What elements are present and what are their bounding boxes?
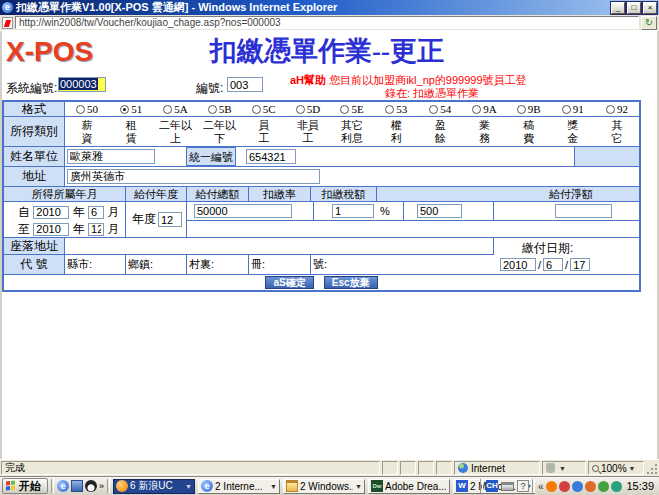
alert-icon[interactable]	[585, 481, 596, 492]
net-input[interactable]	[555, 204, 612, 218]
format-radio-9B[interactable]: 9B	[507, 102, 551, 116]
chevron-down-icon[interactable]: ▼	[355, 483, 362, 490]
category-line1: 權	[374, 119, 418, 132]
category-item: 盈餘	[418, 119, 462, 145]
format-radio-label: 51	[131, 103, 142, 115]
minimize-button[interactable]: _	[611, 2, 625, 14]
from-month-input[interactable]	[88, 206, 104, 219]
status-segment	[418, 461, 434, 475]
category-line2: 利	[374, 132, 418, 145]
dreamweaver-icon: Dw	[371, 480, 383, 492]
uniform-no-input[interactable]	[246, 149, 296, 164]
address-input[interactable]: http://win2008/tw/Voucher/koujiao_chage.…	[15, 16, 639, 29]
quick-launch-overflow[interactable]: »	[99, 481, 104, 491]
status-segment	[400, 461, 416, 475]
system-no-input[interactable]: 000003	[58, 77, 106, 92]
pay-date-year-input[interactable]	[500, 258, 536, 271]
tax-input[interactable]	[417, 204, 462, 218]
to-year-input[interactable]	[33, 223, 69, 236]
rate-cell: %	[314, 202, 404, 221]
task-button-1[interactable]: 6 新浪UC▼	[113, 479, 195, 494]
format-radio-53[interactable]: 53	[374, 102, 418, 116]
code-field-label: 冊:	[251, 258, 265, 270]
category-item: 業務	[462, 119, 506, 145]
language-indicator[interactable]: CH	[486, 480, 498, 492]
format-radio-label: 5B	[219, 103, 232, 115]
name-input[interactable]	[67, 149, 155, 164]
category-item: 權利	[374, 119, 418, 145]
format-radio-92[interactable]: 92	[595, 102, 639, 116]
rate-input[interactable]	[332, 204, 374, 218]
format-radio-5B[interactable]: 5B	[197, 102, 241, 116]
chevron-down-icon[interactable]: ▼	[270, 483, 277, 490]
code-field-3[interactable]: 村裏:	[187, 255, 249, 274]
pay-date-day-input[interactable]	[570, 258, 590, 271]
task-button-4[interactable]: DwAdobe Drea...	[368, 479, 450, 494]
task-button-2[interactable]: e2 Interne...▼	[198, 479, 280, 494]
ie-icon[interactable]: e	[57, 480, 69, 492]
format-radio-54[interactable]: 54	[418, 102, 462, 116]
category-line1: 獎	[551, 119, 595, 132]
chevron-down-icon[interactable]: ▼	[185, 483, 192, 490]
format-radio-5D[interactable]: 5D	[286, 102, 330, 116]
format-radio-5C[interactable]: 5C	[242, 102, 286, 116]
from-year-input[interactable]	[33, 206, 69, 219]
format-radio-label: 9B	[528, 103, 541, 115]
zoom-control[interactable]: 100% ▼	[588, 461, 644, 475]
login-info-line2: 錄在: 扣繳憑單作業	[290, 87, 544, 100]
format-radio-5E[interactable]: 5E	[330, 102, 374, 116]
address-label: 地址	[4, 167, 65, 187]
uc-icon[interactable]	[546, 481, 557, 492]
qq-icon[interactable]	[85, 480, 97, 492]
qq-icon[interactable]	[559, 481, 570, 492]
format-radio-5A[interactable]: 5A	[153, 102, 197, 116]
help-icon[interactable]: ?	[517, 480, 529, 492]
format-radio-9A[interactable]: 9A	[462, 102, 506, 116]
maximize-button[interactable]: □	[627, 2, 641, 14]
task-button-3[interactable]: 2 Windows...▼	[283, 479, 365, 494]
category-line1: 其它	[330, 119, 374, 132]
no-input[interactable]	[227, 77, 263, 92]
site-address-cell[interactable]	[65, 238, 494, 255]
category-line2: 賃	[109, 132, 153, 145]
pay-year-input[interactable]	[158, 212, 182, 227]
radio-icon	[76, 105, 85, 114]
address-input[interactable]	[67, 169, 320, 184]
globe-icon	[458, 463, 468, 473]
code-label: 代 號	[4, 255, 65, 275]
start-button[interactable]: 开始	[2, 478, 48, 494]
system-no-label: 系統編號:	[6, 80, 57, 97]
confirm-button[interactable]: aS確定	[265, 276, 313, 289]
radio-icon	[340, 105, 349, 114]
protected-mode-panel[interactable]: ▼	[542, 461, 586, 475]
to-month-input[interactable]	[88, 223, 104, 236]
name-row: 統一編號	[65, 147, 639, 167]
close-button[interactable]: ×	[643, 2, 657, 14]
code-field-1[interactable]: 縣市:	[65, 255, 126, 274]
resize-grip[interactable]	[646, 461, 658, 475]
show-desktop-icon[interactable]	[71, 480, 83, 492]
pay-date-month-input[interactable]	[543, 258, 563, 271]
category-line1: 非員	[286, 119, 330, 132]
sync-icon[interactable]	[611, 481, 622, 492]
help-link[interactable]: aH幫助	[290, 74, 326, 86]
total-input[interactable]	[194, 204, 292, 218]
code-field-5[interactable]: 號:	[311, 255, 494, 274]
refresh-icon[interactable]: ↻	[641, 16, 657, 30]
code-field-2[interactable]: 鄉鎮:	[126, 255, 187, 274]
printer-icon[interactable]	[501, 482, 514, 491]
messenger-icon[interactable]	[572, 481, 583, 492]
category-line1: 薪	[65, 119, 109, 132]
format-radio-label: 91	[573, 103, 584, 115]
cancel-button[interactable]: Esc放棄	[324, 276, 378, 289]
pay-date-cell: 繳付日期: / /	[494, 238, 639, 275]
update-icon[interactable]	[598, 481, 609, 492]
date-separator: /	[565, 259, 568, 271]
format-radio-51[interactable]: 51	[109, 102, 153, 116]
format-radio-91[interactable]: 91	[551, 102, 595, 116]
format-radio-50[interactable]: 50	[65, 102, 109, 116]
clock: 15:39	[625, 480, 657, 492]
collapse-chevron-icon[interactable]: «	[538, 481, 544, 492]
code-field-4[interactable]: 冊:	[249, 255, 311, 274]
code-field-label: 號:	[313, 258, 327, 270]
